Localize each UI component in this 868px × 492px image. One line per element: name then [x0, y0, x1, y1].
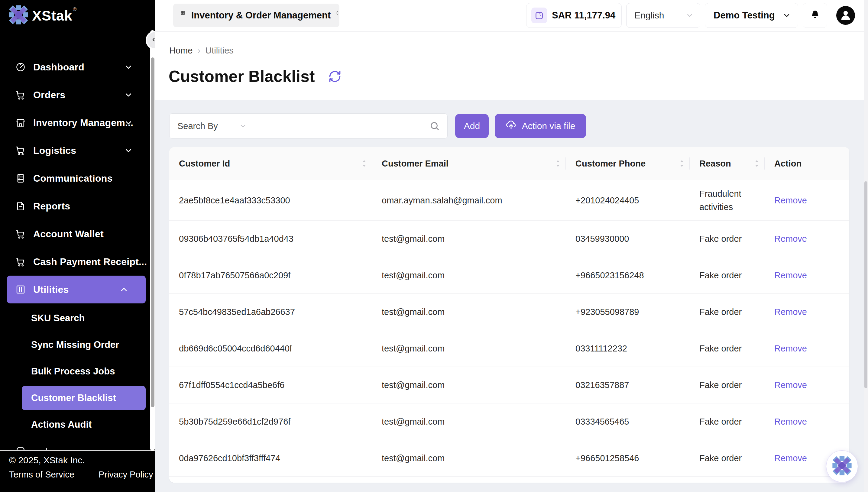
language-select[interactable]: English — [626, 3, 700, 28]
sidebar-item-reports[interactable]: Reports — [0, 192, 150, 220]
remove-link[interactable]: Remove — [774, 305, 807, 319]
cart-icon — [15, 145, 26, 156]
sidebar-item-account-wallet[interactable]: Account Wallet — [0, 220, 150, 248]
customer-phone-cell: +9665023156248 — [566, 257, 690, 293]
remove-link[interactable]: Remove — [774, 232, 807, 245]
sidebar-subitem-sku-search[interactable]: SKU Search — [0, 306, 150, 330]
customer-phone-cell: +201024024405 — [566, 180, 690, 220]
privacy-policy-link[interactable]: Privacy Policy — [99, 470, 153, 479]
sidebar-subitem-bulk-process-jobs[interactable]: Bulk Process Jobs — [0, 359, 150, 384]
table-row: 5b30b75d259e66d1cf2d976ftest@gmail.com03… — [169, 403, 849, 440]
action-cell: Remove — [765, 367, 849, 403]
page-title: Customer Blacklist — [169, 67, 315, 85]
breadcrumb-separator: › — [197, 45, 200, 56]
chevron-up-icon — [120, 285, 128, 294]
table-row: db669d6c05004ccd6d60440ftest@gmail.com03… — [169, 330, 849, 367]
breadcrumb-utilities[interactable]: Utilities — [205, 46, 233, 56]
refresh-icon[interactable] — [328, 70, 342, 83]
customer-id-cell: 2ae5bf8ce1e4aaf333c53300 — [169, 180, 372, 220]
chevron-down-icon — [239, 122, 247, 130]
account-select[interactable]: Demo Testing — [705, 3, 798, 28]
search-input[interactable] — [253, 121, 429, 131]
breadcrumb-home[interactable]: Home — [169, 46, 193, 56]
registered-mark: ® — [73, 7, 76, 12]
customer-email-cell: test@gmail.com — [372, 330, 566, 367]
floating-brand-button[interactable] — [826, 450, 858, 482]
table-row: 2ae5bf8ce1e4aaf333c53300omar.ayman.salah… — [169, 180, 849, 220]
search-icon[interactable] — [429, 121, 440, 131]
sidebar-footer: © 2025, XStak Inc. Terms of Service Priv… — [9, 455, 153, 479]
column-header-customer-id[interactable]: Customer Id — [169, 147, 372, 180]
action-cell: Remove — [765, 180, 849, 220]
copyright-text: © 2025, XStak Inc. — [9, 455, 153, 465]
file-icon — [15, 201, 26, 212]
sidebar-item-orders[interactable]: Orders — [0, 81, 150, 109]
remove-link[interactable]: Remove — [774, 342, 807, 355]
sort-icon[interactable] — [555, 159, 561, 168]
table-row: 0da97626cd10bf3ff3fff474test@gmail.com+9… — [169, 440, 849, 476]
wallet-amount: SAR 11,177.94 — [552, 10, 615, 21]
sidebar-item-inventory-managem[interactable]: Inventory Managem... — [0, 109, 150, 137]
app-switcher-dropdown[interactable]: Inventory & Order Management — [173, 4, 340, 27]
customer-phone-cell: 03334565465 — [566, 403, 690, 440]
column-header-label: Customer Email — [382, 159, 448, 169]
reason-cell: Fake order — [690, 257, 765, 293]
sidebar-item-communications[interactable]: Communications — [0, 165, 150, 192]
action-cell: Remove — [765, 330, 849, 367]
sort-chevrons-icon — [336, 10, 340, 20]
chevron-down-icon — [124, 119, 133, 127]
column-header-customer-phone[interactable]: Customer Phone — [566, 147, 690, 180]
sidebar-item-dashboard[interactable]: Dashboard — [0, 53, 150, 81]
remove-link[interactable]: Remove — [774, 415, 807, 428]
sidebar-item-label: Dashboard — [33, 62, 84, 73]
customer-id-cell: 0f78b17ab76507566a0c209f — [169, 257, 372, 293]
action-via-file-label: Action via file — [522, 121, 575, 131]
topbar-divider — [155, 31, 868, 32]
action-via-file-button[interactable]: Action via file — [495, 114, 586, 138]
column-header-action: Action — [765, 147, 849, 180]
sort-icon[interactable] — [361, 159, 367, 168]
table-row: 67f1dff0554c1ccd4a5be6f6test@gmail.com03… — [169, 367, 849, 403]
sort-icon[interactable] — [754, 159, 760, 168]
blacklist-table: Customer IdCustomer EmailCustomer PhoneR… — [169, 147, 849, 483]
action-cell: Remove — [765, 257, 849, 293]
sidebar-item-cash-payment-receipt[interactable]: Cash Payment Receipt... — [0, 248, 150, 276]
action-cell: Remove — [765, 403, 849, 440]
user-avatar[interactable] — [836, 6, 855, 25]
reason-cell: Fake order — [690, 403, 765, 440]
column-header-reason[interactable]: Reason — [690, 147, 765, 180]
sidebar-item-label: Cash Payment Receipt... — [33, 256, 147, 267]
sidebar-subitem-actions-audit[interactable]: Actions Audit — [0, 413, 150, 437]
search-by-select[interactable]: Search By — [169, 113, 253, 139]
customer-phone-cell: 03311112232 — [566, 330, 690, 367]
customer-email-cell: test@gmail.com — [372, 367, 566, 403]
add-button[interactable]: Add — [455, 114, 489, 138]
sort-icon[interactable] — [679, 159, 685, 168]
sidebar-scrollbar-thumb[interactable] — [151, 57, 154, 407]
table-row: 09306b403765f54db1a40d43test@gmail.com03… — [169, 220, 849, 257]
remove-link[interactable]: Remove — [774, 378, 807, 392]
wallet-icon — [531, 7, 547, 23]
remove-link[interactable]: Remove — [774, 194, 807, 207]
wallet-balance[interactable]: SAR 11,177.94 — [526, 3, 622, 28]
remove-link[interactable]: Remove — [774, 269, 807, 282]
sidebar-subitem-sync-missing-order[interactable]: Sync Missing Order — [0, 333, 150, 357]
clipped-sidebar-item-icon — [17, 447, 24, 450]
table-header-row: Customer IdCustomer EmailCustomer PhoneR… — [169, 147, 849, 180]
column-header-customer-email[interactable]: Customer Email — [372, 147, 566, 180]
customer-email-cell: test@gmail.com — [372, 440, 566, 476]
reason-cell: Fake order — [690, 367, 765, 403]
sidebar-item-utilities[interactable]: Utilities — [7, 276, 146, 303]
customer-phone-cell: +966501258546 — [566, 440, 690, 476]
sliders-icon — [15, 284, 26, 295]
notifications-button[interactable] — [803, 3, 827, 28]
customer-email-cell: omar.ayman.salah@gmail.com — [372, 180, 566, 220]
page-scrollbar-thumb[interactable] — [864, 181, 867, 388]
sidebar-subitem-customer-blacklist[interactable]: Customer Blacklist — [22, 386, 146, 410]
sidebar-item-logistics[interactable]: Logistics — [0, 137, 150, 165]
remove-link[interactable]: Remove — [774, 451, 807, 465]
terms-of-service-link[interactable]: Terms of Service — [9, 470, 74, 479]
table-row-partial — [169, 476, 849, 483]
customer-id-cell: db669d6c05004ccd6d60440f — [169, 330, 372, 367]
table-body: 2ae5bf8ce1e4aaf333c53300omar.ayman.salah… — [169, 180, 849, 476]
